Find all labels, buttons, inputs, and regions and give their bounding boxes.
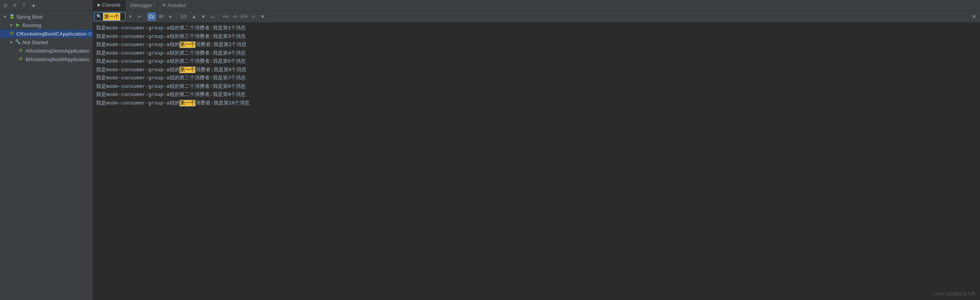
tab-debugger[interactable]: Debugger [126,0,157,11]
tab-icon-actuator: ⚙ [162,3,166,8]
console-line: 我是mode-consumer-group-a组的第三个消费者:我是第3个消息 [96,33,977,41]
tab-label-actuator: Actuator [168,2,186,8]
search-query-text: 第一个 [103,13,120,21]
tree-label-spring-boot: Spring Boot [16,14,43,20]
separator-1 [145,13,146,20]
tree-arrow-running: ▼ [9,23,15,27]
sidebar-tree: ▼ 🍃 Spring Boot ▼ ▶ Running ⚙ CRocketmqB… [0,11,92,300]
toolbar-btn-4[interactable]: ◈ [29,2,37,9]
main-content: ▶ Console Debugger ⚙ Actuator 🔍 第一个 ✕ ↩ … [93,0,980,300]
console-line: 我是mode-consumer-group-a组的第二个消费者:我是第8个消息 [96,82,977,91]
console-line: 我是mode-consumer-group-a组的第三个消费者:我是第7个消息 [96,74,977,82]
search-word-btn[interactable]: W [157,12,165,21]
search-opt-1[interactable]: +Iх [221,12,230,21]
search-options: +Iх -Iх ☷Iх ≡ ▼ [221,12,267,21]
tree-link-c-app[interactable]: :8081/ [87,31,92,37]
console-line: 我是mode-consumer-group-a组的第二个消费者:我是第1个消息 [96,24,977,33]
search-next-btn[interactable]: ▼ [199,12,208,21]
sidebar-item-not-started[interactable]: ▼ 🔧 Not Started [0,38,92,46]
sidebar: ⊟ ↺ ⤒ ◈ ▼ 🍃 Spring Boot ▼ ▶ Running ⚙ CR… [0,0,93,300]
search-case-btn[interactable]: Cc [147,12,156,21]
search-opt-5[interactable]: ▼ [258,12,267,21]
search-prev-btn[interactable]: ▲ [190,12,198,21]
watermark: CSDN @我哪会这个啊 [932,291,975,297]
search-highlight: 第一个 [180,67,195,73]
console-line: 我是mode-consumer-group-a组的第一个消费者:我是第2个消息 [96,41,977,49]
search-highlight: 第一个 [180,41,195,48]
toolbar-btn-1[interactable]: ⊟ [2,2,9,9]
search-highlight: 第一个 [180,100,195,106]
tree-icon-spring-boot: 🍃 [9,14,15,20]
sidebar-item-b-app[interactable]: ⚙ BRocketmqBootPApplication [0,55,92,63]
console-line: 我是mode-consumer-group-a组的第一个消费者:我是第6个消息 [96,66,977,74]
sidebar-item-running[interactable]: ▼ ▶ Running [0,21,92,29]
search-close-btn[interactable]: ✕ [970,12,978,21]
separator-2 [176,13,176,20]
search-expand-btn[interactable]: ▭ [209,12,217,21]
tab-label-console: Console [102,2,121,8]
search-count: 1/3 [180,14,187,19]
tree-arrow-not-started: ▼ [9,40,15,45]
tree-icon-b-app: ⚙ [18,56,24,62]
tab-console[interactable]: ▶ Console [93,0,126,11]
tree-icon-running: ▶ [15,22,21,28]
tree-icon-a-app: ⚙ [18,48,24,54]
search-nav-btns: ▲ ▼ ▭ [190,12,217,21]
tree-icon-c-app: ⚙ [9,31,15,37]
toolbar-btn-2[interactable]: ↺ [11,2,19,9]
search-opt-4[interactable]: ≡ [249,12,258,21]
console-line: 我是mode-consumer-group-a组的第二个消费者:我是第9个消息 [96,91,977,99]
tab-icon-console: ▶ [97,2,101,7]
search-clear-btn[interactable]: ✕ [126,12,135,21]
console-output: 我是mode-consumer-group-a组的第二个消费者:我是第1个消息我… [93,22,980,300]
toolbar-btn-3[interactable]: ⤒ [20,2,28,9]
tree-label-a-app: ARocketmqDemoApplication [26,48,89,54]
separator-3 [219,13,219,20]
sidebar-toolbar: ⊟ ↺ ⤒ ◈ [0,0,92,11]
search-opt-2[interactable]: -Iх [231,12,239,21]
console-line: 我是mode-consumer-group-a组的第二个消费者:我是第4个消息 [96,49,977,58]
sidebar-item-spring-boot[interactable]: ▼ 🍃 Spring Boot [0,12,92,21]
console-line: 我是mode-consumer-group-a组的第一个消费者:我是第10个消息 [96,99,977,108]
search-regex-btn[interactable]: ∗ [166,12,174,21]
search-icon: 🔍 [96,14,102,19]
console-line: 我是mode-consumer-group-a组的第二个消费者:我是第5个消息 [96,57,977,66]
tab-label-debugger: Debugger [130,2,152,8]
tree-label-running: Running [22,22,41,28]
sidebar-item-c-app[interactable]: ⚙ CRocketmqBootCApplication:8081/ [0,29,92,38]
tree-label-b-app: BRocketmqBootPApplication [26,57,89,62]
search-undo-btn[interactable]: ↩ [135,12,144,21]
search-opt-3[interactable]: ☷Iх [240,12,248,21]
tree-arrow-spring-boot: ▼ [3,15,9,19]
tree-icon-not-started: 🔧 [15,39,21,45]
tree-label-not-started: Not Started [22,39,48,45]
tab-bar: ▶ Console Debugger ⚙ Actuator [93,0,980,11]
tab-actuator[interactable]: ⚙ Actuator [157,0,191,11]
search-input-wrapper: 🔍 第一个 [94,12,125,21]
tree-label-c-app: CRocketmqBootCApplication [16,31,87,37]
search-bar: 🔍 第一个 ✕ ↩ Cc W ∗ 1/3 ▲ ▼ ▭ +Iх -Iх ☷Iх ≡… [93,11,980,22]
sidebar-item-a-app[interactable]: ⚙ ARocketmqDemoApplication [0,46,92,55]
